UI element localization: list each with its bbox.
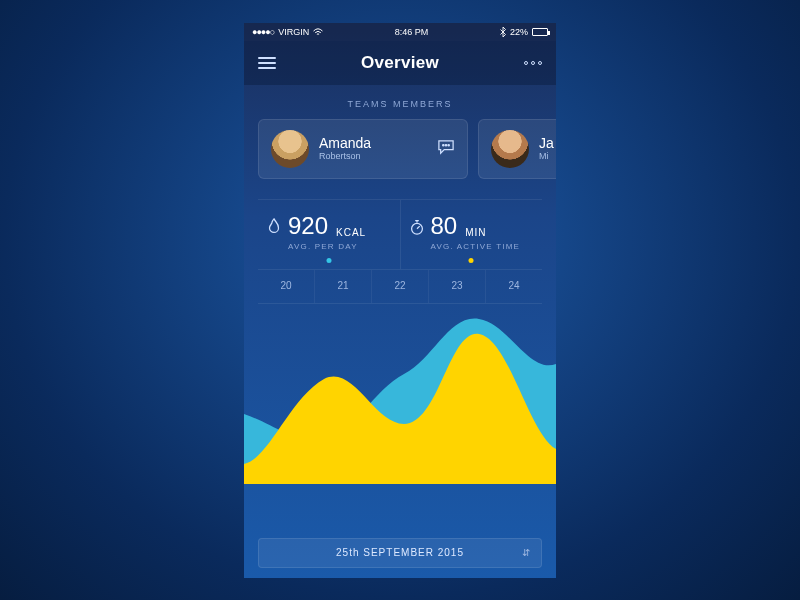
axis-day: 22 bbox=[372, 270, 429, 303]
page-title: Overview bbox=[361, 53, 439, 73]
member-first-name: Amanda bbox=[319, 136, 371, 151]
kcal-sub: AVG. PER DAY bbox=[288, 242, 392, 251]
battery-pct: 22% bbox=[510, 27, 528, 37]
stats-row: 920 KCAL AVG. PER DAY 80 MIN AVG. ACTIVE… bbox=[258, 199, 542, 270]
active-unit: MIN bbox=[465, 227, 486, 238]
stat-kcal[interactable]: 920 KCAL AVG. PER DAY bbox=[258, 200, 401, 269]
kcal-value: 920 bbox=[288, 214, 328, 238]
stopwatch-icon bbox=[409, 218, 425, 236]
carrier-label: VIRGIN bbox=[278, 27, 309, 37]
active-sub: AVG. ACTIVE TIME bbox=[431, 242, 535, 251]
nav-bar: Overview bbox=[244, 41, 556, 85]
indicator-dot-yellow bbox=[469, 258, 474, 263]
chat-icon[interactable] bbox=[437, 139, 455, 159]
stepper-icon: ⇵ bbox=[522, 547, 531, 558]
date-axis: 20 21 22 23 24 bbox=[258, 270, 542, 304]
indicator-dot-cyan bbox=[326, 258, 331, 263]
member-card-next[interactable]: Ja Mi bbox=[478, 119, 556, 179]
axis-day: 24 bbox=[486, 270, 542, 303]
avatar bbox=[491, 130, 529, 168]
avatar bbox=[271, 130, 309, 168]
axis-day: 21 bbox=[315, 270, 372, 303]
member-first-name: Ja bbox=[539, 136, 554, 151]
svg-point-2 bbox=[448, 144, 449, 145]
menu-icon[interactable] bbox=[258, 57, 276, 69]
teams-section-label: TEAMS MEMBERS bbox=[244, 99, 556, 109]
battery-icon bbox=[532, 28, 548, 36]
members-carousel[interactable]: Amanda Robertson Ja Mi bbox=[244, 119, 556, 179]
kcal-unit: KCAL bbox=[336, 227, 366, 238]
axis-day: 23 bbox=[429, 270, 486, 303]
app-screen: ●●●●○ VIRGIN 8:46 PM 22% Overview TEAMS … bbox=[244, 23, 556, 578]
member-card-amanda[interactable]: Amanda Robertson bbox=[258, 119, 468, 179]
more-icon[interactable] bbox=[524, 61, 542, 65]
activity-chart bbox=[244, 304, 556, 484]
member-last-name: Robertson bbox=[319, 151, 371, 161]
axis-day: 20 bbox=[258, 270, 315, 303]
svg-point-0 bbox=[443, 144, 444, 145]
bluetooth-icon bbox=[500, 27, 506, 37]
date-picker[interactable]: 25th SEPTEMBER 2015 ⇵ bbox=[258, 538, 542, 568]
stat-active-time[interactable]: 80 MIN AVG. ACTIVE TIME bbox=[401, 200, 543, 269]
flame-icon bbox=[266, 218, 282, 236]
clock: 8:46 PM bbox=[395, 27, 429, 37]
wifi-icon bbox=[313, 28, 323, 36]
svg-point-1 bbox=[445, 144, 446, 145]
date-picker-label: 25th SEPTEMBER 2015 bbox=[336, 547, 464, 558]
signal-dots-icon: ●●●●○ bbox=[252, 27, 274, 37]
chart-svg bbox=[244, 304, 556, 484]
active-value: 80 bbox=[431, 214, 458, 238]
status-bar: ●●●●○ VIRGIN 8:46 PM 22% bbox=[244, 23, 556, 41]
member-last-name: Mi bbox=[539, 151, 554, 161]
